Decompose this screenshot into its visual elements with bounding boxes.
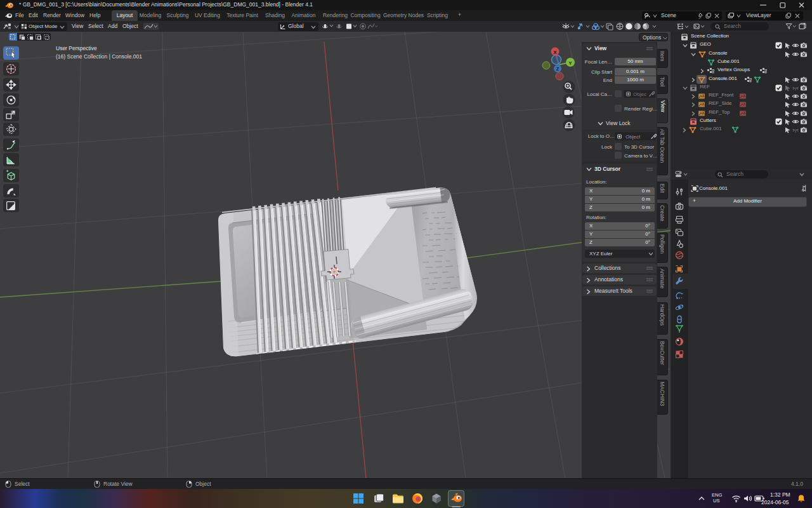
svg-text:Z: Z [556, 66, 560, 72]
svg-text:X: X [553, 50, 557, 55]
svg-text:Y: Y [568, 60, 572, 66]
